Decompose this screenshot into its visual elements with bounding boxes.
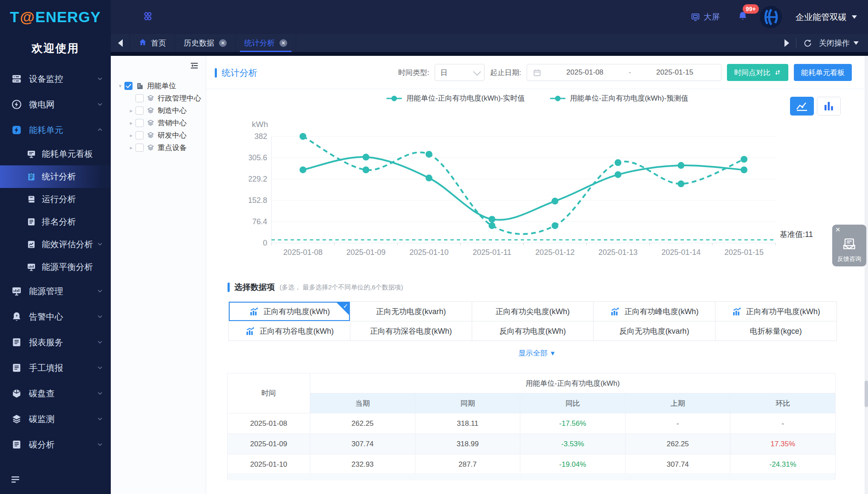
dataitem-4[interactable]: 正向有功平电度(kWh) xyxy=(715,302,837,321)
sidebar-item-label: 微电网 xyxy=(29,99,97,110)
data-point[interactable] xyxy=(489,222,496,229)
trend-icon xyxy=(249,306,259,317)
tree-checkbox[interactable] xyxy=(136,119,144,127)
data-point[interactable] xyxy=(426,151,433,158)
notification-badge: 99+ xyxy=(743,4,759,14)
sidebar-item-6[interactable]: 手工填报 xyxy=(0,355,111,381)
sidebar-subitem-2-4[interactable]: 能效评估分析 xyxy=(0,233,111,256)
data-point[interactable] xyxy=(551,222,558,229)
scrollbar-track[interactable] xyxy=(865,56,868,494)
date-start-input[interactable]: 2025-01-08 xyxy=(545,68,625,77)
sidebar-submenu: 能耗单元看板统计分析运行分析排名分析能效评估分析能源平衡分析 xyxy=(0,143,111,278)
avatar[interactable] xyxy=(760,6,782,28)
data-point[interactable] xyxy=(551,198,558,205)
dataitem-3[interactable]: 正向有功峰电度(kWh) xyxy=(594,302,715,321)
tab-2[interactable]: 统计分析✕ xyxy=(236,34,296,52)
sidebar-item-1[interactable]: 微电网 xyxy=(0,92,111,117)
sidebar-item-8[interactable]: 碳监测 xyxy=(0,406,111,432)
time-type-select[interactable]: 日 xyxy=(435,64,484,81)
date-range-picker[interactable]: 2025-01-08 - 2025-01-15 xyxy=(527,64,721,81)
sidebar-item-7[interactable]: 碳盘查 xyxy=(0,381,111,406)
data-point[interactable] xyxy=(363,167,369,173)
tab-1[interactable]: 历史数据✕ xyxy=(175,34,236,52)
dataitem-7[interactable]: 反向有功电度(kWh) xyxy=(472,321,594,341)
tree-checkbox[interactable] xyxy=(124,82,133,90)
dataitem-6[interactable]: 正向有功深谷电度(kWh) xyxy=(350,321,472,341)
book-icon xyxy=(26,194,36,204)
date-end-input[interactable]: 2025-01-15 xyxy=(634,68,715,77)
show-all-button[interactable]: 显示全部 ▼ xyxy=(206,348,868,358)
tab-close-icon[interactable]: ✕ xyxy=(280,39,287,47)
data-point[interactable] xyxy=(300,166,306,173)
tree-node-0[interactable]: 行政管理中心 xyxy=(111,92,206,104)
data-point[interactable] xyxy=(614,159,621,166)
tree-checkbox[interactable] xyxy=(136,107,144,115)
data-point[interactable] xyxy=(678,180,684,187)
energy-unit-board-button[interactable]: 能耗单元看板 xyxy=(794,64,852,81)
data-point[interactable] xyxy=(614,171,621,178)
sidebar-subitem-2-1[interactable]: 统计分析 xyxy=(0,165,111,188)
caret-right-icon[interactable]: ▸ xyxy=(128,120,135,126)
tab-0[interactable]: 首页 xyxy=(130,34,175,52)
caret-right-icon[interactable]: ▸ xyxy=(128,107,135,114)
sidebar-collapse-icon[interactable] xyxy=(10,474,20,486)
tabs-scroll-right-button[interactable] xyxy=(784,39,789,47)
dataitem-1[interactable]: 正向无功电度(kvarh) xyxy=(350,302,472,321)
sidebar-subitem-2-2[interactable]: 运行分析 xyxy=(0,188,111,211)
dataitem-9[interactable]: 电折标量(kgce) xyxy=(715,321,837,341)
tree-node-3[interactable]: ▸研发中心 xyxy=(111,129,206,142)
refresh-button[interactable] xyxy=(803,39,812,48)
tab-close-icon[interactable]: ✕ xyxy=(219,39,227,47)
data-point[interactable] xyxy=(300,133,306,140)
sidebar-subitem-2-5[interactable]: 能源平衡分析 xyxy=(0,256,111,278)
data-point[interactable] xyxy=(426,175,433,182)
tabs-scroll-left-button[interactable] xyxy=(111,34,130,52)
data-point[interactable] xyxy=(363,154,369,161)
tree-node-label: 制造中心 xyxy=(158,106,187,116)
tree-checkbox[interactable] xyxy=(136,94,144,102)
tree-checkbox[interactable] xyxy=(136,144,144,152)
caret-right-icon[interactable]: ▸ xyxy=(128,132,135,139)
caret-down-icon[interactable]: ▾ xyxy=(117,83,124,89)
bar-chart-toggle[interactable] xyxy=(817,97,841,116)
app-logo: T@ENERGY xyxy=(0,0,111,34)
dataitem-2[interactable]: 正向有功尖电度(kWh) xyxy=(472,302,594,321)
data-point[interactable] xyxy=(741,156,747,163)
scrollbar-thumb[interactable] xyxy=(865,381,868,407)
sidebar-item-2[interactable]: 能耗单元 xyxy=(0,117,111,143)
sidebar-item-3[interactable]: 能源管理 xyxy=(0,278,111,304)
time-point-compare-button[interactable]: 时间点对比 xyxy=(727,64,788,81)
sidebar-item-0[interactable]: 设备监控 xyxy=(0,66,111,92)
legend-marker-icon xyxy=(386,95,402,102)
dataitem-5[interactable]: 正向有功谷电度(kWh) xyxy=(229,321,350,341)
feedback-widget[interactable]: ✕ 反馈咨询 xyxy=(832,225,866,266)
data-point[interactable] xyxy=(678,162,684,169)
data-point[interactable] xyxy=(489,216,496,222)
dataitem-8[interactable]: 反向无功电度(kvarh) xyxy=(594,321,715,341)
caret-right-icon[interactable]: ▸ xyxy=(128,144,135,151)
legend-item-0[interactable]: 用能单位-正向有功电度(kWh)-实时值 xyxy=(386,93,525,103)
tree-node-root[interactable]: ▾用能单位 xyxy=(111,80,206,92)
big-screen-button[interactable]: 大屏 xyxy=(691,12,720,23)
org-switcher[interactable]: 企业能管双碳 xyxy=(796,12,857,23)
sidebar-item-5[interactable]: 报表服务 xyxy=(0,329,111,355)
close-icon[interactable]: ✕ xyxy=(835,226,841,234)
sidebar-item-9[interactable]: 碳分析 xyxy=(0,432,111,457)
tree-node-2[interactable]: ▸营销中心 xyxy=(111,117,206,129)
close-operations-button[interactable]: 关闭操作 xyxy=(819,38,859,48)
tree-checkbox[interactable] xyxy=(136,131,144,139)
tree-node-4[interactable]: ▸重点设备 xyxy=(111,142,206,154)
dataitems-header: 选择数据项 (多选， 最多选择2个不同单位的,6个数据项) xyxy=(228,282,403,293)
dataitem-label: 正向有功平电度(kWh) xyxy=(746,306,820,317)
sidebar-subitem-2-0[interactable]: 能耗单元看板 xyxy=(0,143,111,165)
sidebar-subitem-2-3[interactable]: 排名分析 xyxy=(0,211,111,233)
legend-item-1[interactable]: 用能单位-正向有功电度(kWh)-预测值 xyxy=(550,93,689,103)
dataitem-0[interactable]: 正向有功电度(kWh)✓ xyxy=(229,302,350,321)
tree-collapse-button[interactable] xyxy=(190,61,199,72)
apps-clover-icon[interactable] xyxy=(142,11,153,23)
data-point[interactable] xyxy=(741,167,747,173)
sidebar-item-4[interactable]: 告警中心 xyxy=(0,304,111,329)
notifications-button[interactable]: 99+ xyxy=(738,11,748,23)
tree-node-1[interactable]: ▸制造中心 xyxy=(111,104,206,117)
line-chart-toggle[interactable] xyxy=(790,97,814,116)
